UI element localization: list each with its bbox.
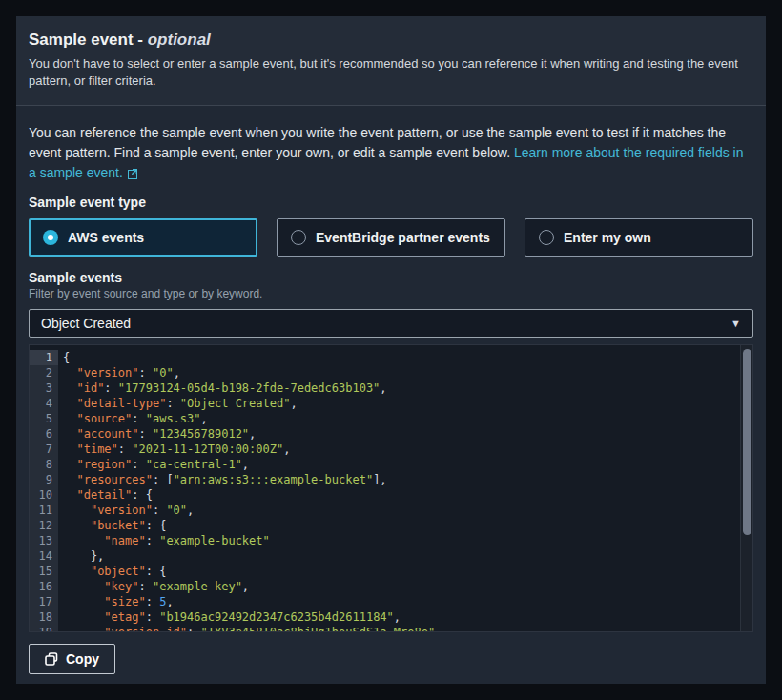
code-line: 7 "time": "2021-11-12T00:00:00Z", (30, 442, 752, 457)
code-line: 17 "size": 5, (30, 594, 752, 609)
line-number: 12 (30, 518, 58, 533)
radio-tile-label: EventBridge partner events (316, 230, 490, 245)
panel-body: You can reference the sample event when … (16, 106, 766, 684)
code-text: "time": "2021-11-12T00:00:00Z", (58, 442, 290, 457)
copy-button[interactable]: Copy (29, 644, 115, 674)
code-line: 15 "object": { (30, 564, 752, 579)
line-number: 10 (30, 487, 58, 503)
code-line: 14 }, (30, 548, 752, 564)
code-text: "region": "ca-central-1", (58, 457, 249, 472)
page-title: Sample event - optional (29, 31, 753, 50)
code-line: 8 "region": "ca-central-1", (30, 457, 752, 472)
code-line: 16 "key": "example-key", (30, 579, 752, 594)
code-text: "name": "example-bucket" (58, 533, 270, 548)
code-line: 5 "source": "aws.s3", (30, 411, 752, 426)
line-number: 6 (30, 426, 58, 442)
code-line: 18 "etag": "b1946ac92492d2347c6235b4d261… (30, 609, 752, 625)
line-number: 15 (30, 564, 58, 579)
editor-scrollbar-track[interactable] (740, 345, 752, 631)
external-link-icon[interactable] (127, 165, 138, 185)
code-text: "object": { (58, 564, 166, 579)
code-line: 9 "resources": ["arn:aws:s3:::example-bu… (30, 472, 752, 487)
code-text: "bucket": { (58, 518, 166, 533)
code-line: 6 "account": "123456789012", (30, 426, 752, 442)
sample-events-select[interactable]: Object Created ▼ (29, 309, 753, 338)
radio-tile-aws-events[interactable]: AWS events (29, 218, 257, 257)
code-text: }, (58, 548, 104, 564)
code-text: "etag": "b1946ac92492d2347c6235b4d261118… (58, 609, 401, 625)
copy-icon (45, 652, 58, 666)
code-line: 19 "version-id": "IYV3p45BT0ac8hjHg1houS… (30, 625, 752, 632)
sample-event-type-group: AWS eventsEventBridge partner eventsEnte… (29, 218, 753, 257)
code-text: "version-id": "IYV3p45BT0ac8hjHg1houSdS1… (58, 625, 442, 632)
line-number: 4 (30, 396, 58, 411)
page-title-main: Sample event - (29, 31, 148, 49)
sample-events-label: Sample events (29, 270, 753, 285)
code-line: 2 "version": "0", (30, 365, 752, 381)
line-number: 13 (30, 533, 58, 548)
chevron-down-icon: ▼ (731, 318, 741, 329)
radio-selected-icon[interactable] (43, 230, 58, 245)
code-text: "id": "17793124-05d4-b198-2fde-7ededc63b… (58, 381, 387, 396)
code-line: 3 "id": "17793124-05d4-b198-2fde-7ededc6… (30, 381, 752, 396)
page-title-optional: optional (148, 31, 211, 49)
copy-button-label: Copy (66, 651, 99, 667)
code-text: "detail": { (58, 487, 153, 503)
radio-unselected-icon[interactable] (291, 230, 306, 245)
code-line: 11 "version": "0", (30, 503, 752, 518)
code-line: 13 "name": "example-bucket" (30, 533, 752, 548)
line-number: 2 (30, 365, 58, 381)
code-content: 1{2 "version": "0",3 "id": "17793124-05d… (30, 345, 752, 632)
radio-tile-label: AWS events (68, 230, 144, 245)
code-line: 4 "detail-type": "Object Created", (30, 396, 752, 411)
code-text: "version": "0", (58, 503, 194, 518)
code-line: 1{ (30, 350, 752, 365)
sample-event-panel: Sample event - optional You don't have t… (16, 16, 766, 684)
sample-event-type-label: Sample event type (29, 195, 753, 210)
code-text: "key": "example-key", (58, 579, 249, 594)
json-code-editor[interactable]: 1{2 "version": "0",3 "id": "17793124-05d… (29, 344, 753, 632)
line-number: 17 (30, 594, 58, 609)
line-number: 3 (30, 381, 58, 396)
radio-tile-label: Enter my own (564, 230, 651, 245)
sample-events-hint: Filter by event source and type or by ke… (29, 287, 753, 300)
line-number: 11 (30, 503, 58, 518)
code-text: "account": "123456789012", (58, 426, 256, 442)
code-text: "version": "0", (58, 365, 180, 381)
editor-scrollbar-thumb[interactable] (743, 349, 751, 535)
code-text: "resources": ["arn:aws:s3:::example-buck… (58, 472, 387, 487)
radio-tile-eventbridge-partner-events[interactable]: EventBridge partner events (277, 218, 505, 257)
line-number: 1 (30, 350, 58, 365)
intro-paragraph: You can reference the sample event when … (29, 123, 753, 185)
code-text: { (58, 350, 70, 365)
select-value: Object Created (41, 316, 131, 331)
line-number: 18 (30, 609, 58, 625)
code-text: "source": "aws.s3", (58, 411, 208, 426)
radio-tile-enter-my-own[interactable]: Enter my own (525, 218, 753, 257)
line-number: 7 (30, 442, 58, 457)
code-line: 12 "bucket": { (30, 518, 752, 533)
line-number: 8 (30, 457, 58, 472)
line-number: 19 (30, 625, 58, 632)
code-text: "size": 5, (58, 594, 174, 609)
code-line: 10 "detail": { (30, 487, 752, 503)
page-description: You don't have to select or enter a samp… (29, 55, 753, 90)
line-number: 5 (30, 411, 58, 426)
radio-unselected-icon[interactable] (539, 230, 554, 245)
panel-header: Sample event - optional You don't have t… (16, 16, 766, 106)
line-number: 9 (30, 472, 58, 487)
line-number: 14 (30, 548, 58, 564)
line-number: 16 (30, 579, 58, 594)
code-text: "detail-type": "Object Created", (58, 396, 298, 411)
